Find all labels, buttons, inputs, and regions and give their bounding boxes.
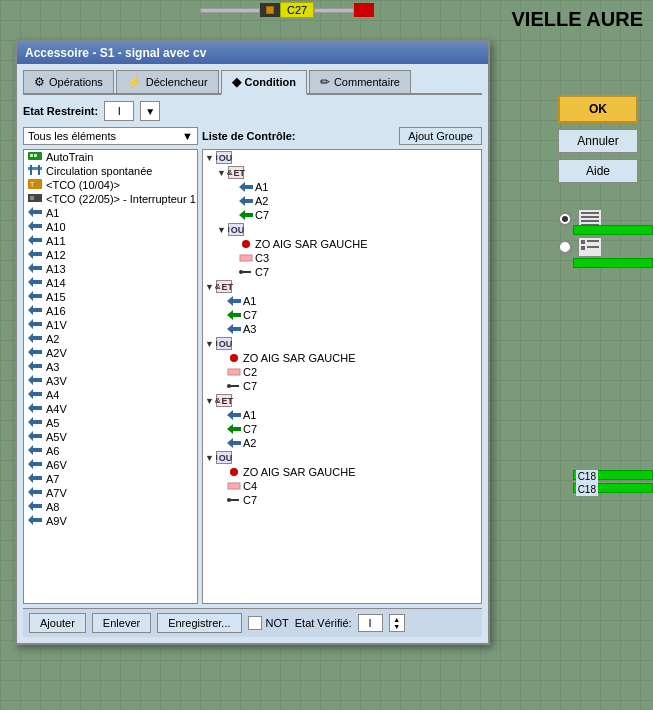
- elements-list[interactable]: AutoTrainCirculation spontanéeT<TCO (10/…: [23, 149, 198, 604]
- list-item[interactable]: A5: [24, 416, 197, 430]
- list-item[interactable]: A1: [24, 206, 197, 220]
- tree-item[interactable]: C3: [203, 251, 481, 265]
- list-item[interactable]: A4: [24, 388, 197, 402]
- tree-item-icon-dot_pink: [239, 252, 253, 264]
- liste-controle-label: Liste de Contrôle:: [202, 130, 296, 142]
- radio-item-2[interactable]: [558, 237, 638, 257]
- list-item[interactable]: A8: [24, 500, 197, 514]
- tab-commentaire[interactable]: ✏ Commentaire: [309, 70, 411, 93]
- tree-item[interactable]: A2: [203, 436, 481, 450]
- etat-restreint-dropdown[interactable]: ▼: [140, 101, 160, 121]
- ok-button[interactable]: OK: [558, 95, 638, 123]
- tree-item[interactable]: A2: [203, 194, 481, 208]
- tree-item[interactable]: ZO AIG SAR GAUCHE: [203, 351, 481, 365]
- tree-item[interactable]: A3: [203, 322, 481, 336]
- tree-item-label: A1: [255, 181, 268, 193]
- not-checkbox[interactable]: [248, 616, 262, 630]
- tree-item[interactable]: C7: [203, 308, 481, 322]
- aide-button[interactable]: Aide: [558, 159, 638, 183]
- label-c18-2: C18: [576, 483, 598, 496]
- annuler-button[interactable]: Annuler: [558, 129, 638, 153]
- list-item-label: A14: [46, 277, 66, 289]
- etat-restreint-input[interactable]: I: [104, 101, 134, 121]
- list-item[interactable]: T<TCO (10/04)>: [24, 178, 197, 192]
- tree-item-label: A3: [243, 323, 256, 335]
- tab-operations[interactable]: ⚙ Opérations: [23, 70, 114, 93]
- tree-item-label: A2: [243, 437, 256, 449]
- tree-item[interactable]: ▼&ET: [203, 393, 481, 408]
- tree-expand-arrow[interactable]: ▼: [217, 168, 226, 178]
- radio-dot-1[interactable]: [558, 212, 572, 226]
- tree-item-icon-dot_red: [227, 352, 241, 364]
- list-item[interactable]: A2: [24, 332, 197, 346]
- tree-item[interactable]: C7: [203, 422, 481, 436]
- filter-dropdown[interactable]: Tous les éléments ▼: [23, 127, 198, 145]
- tree-expand-arrow[interactable]: ▼: [217, 225, 226, 235]
- enregistrer-button[interactable]: Enregistrer...: [157, 613, 241, 633]
- tree-item[interactable]: C7: [203, 265, 481, 279]
- list-item[interactable]: AutoTrain: [24, 150, 197, 164]
- tab-declencheur[interactable]: ⚡ Déclencheur: [116, 70, 219, 93]
- list-item[interactable]: A6V: [24, 458, 197, 472]
- tree-expand-arrow[interactable]: ▼: [205, 453, 214, 463]
- tree-item[interactable]: ZO AIG SAR GAUCHE: [203, 237, 481, 251]
- list-item[interactable]: A12: [24, 248, 197, 262]
- tree-item[interactable]: C7: [203, 208, 481, 222]
- tab-condition[interactable]: ◆ Condition: [221, 70, 307, 95]
- list-item[interactable]: A3: [24, 360, 197, 374]
- list-item[interactable]: A10: [24, 220, 197, 234]
- list-item[interactable]: A11: [24, 234, 197, 248]
- list-item[interactable]: A9V: [24, 514, 197, 528]
- tree-item-label: ZO AIG SAR GAUCHE: [255, 238, 367, 250]
- list-item[interactable]: A7: [24, 472, 197, 486]
- tree-item[interactable]: ▼&ET: [203, 279, 481, 294]
- svg-marker-33: [239, 182, 253, 192]
- etat-verifie-stepper[interactable]: ▲ ▼: [389, 614, 405, 632]
- condition-icon: ◆: [232, 75, 241, 89]
- list-item[interactable]: A16: [24, 304, 197, 318]
- tree-item[interactable]: C4: [203, 479, 481, 493]
- svg-point-43: [230, 354, 238, 362]
- list-item-label: A15: [46, 291, 66, 303]
- list-item[interactable]: A2V: [24, 346, 197, 360]
- tree-item[interactable]: ▼IOU: [203, 336, 481, 351]
- tree-item[interactable]: ▼IOU: [203, 222, 481, 237]
- ajouter-button[interactable]: Ajouter: [29, 613, 86, 633]
- tree-expand-arrow[interactable]: ▼: [205, 282, 214, 292]
- tree-item[interactable]: A1: [203, 180, 481, 194]
- tree-item[interactable]: ▼&ET: [203, 165, 481, 180]
- tree-item[interactable]: C2: [203, 365, 481, 379]
- bottom-bar: Ajouter Enlever Enregistrer... NOT Etat …: [23, 608, 482, 637]
- list-item[interactable]: A5V: [24, 430, 197, 444]
- list-item[interactable]: A3V: [24, 374, 197, 388]
- tree-item[interactable]: ▼IOU: [203, 150, 481, 165]
- list-item[interactable]: A6: [24, 444, 197, 458]
- list-item[interactable]: A7V: [24, 486, 197, 500]
- list-item[interactable]: A14: [24, 276, 197, 290]
- tree-expand-arrow[interactable]: ▼: [205, 339, 214, 349]
- tree-expand-arrow[interactable]: ▼: [205, 396, 214, 406]
- list-item[interactable]: <TCO (22/05)> - Interrupteur 1: [24, 192, 197, 206]
- list-item[interactable]: A1V: [24, 318, 197, 332]
- radio-dot-2[interactable]: [558, 240, 572, 254]
- tree-item-icon-arrow_green: [239, 209, 253, 221]
- tree-item[interactable]: ZO AIG SAR GAUCHE: [203, 465, 481, 479]
- tree-item[interactable]: C7: [203, 379, 481, 393]
- tree-expand-arrow[interactable]: ▼: [205, 153, 214, 163]
- enlever-button[interactable]: Enlever: [92, 613, 151, 633]
- list-item[interactable]: A13: [24, 262, 197, 276]
- tree-item-label: ZO AIG SAR GAUCHE: [243, 466, 355, 478]
- list-item[interactable]: Circulation spontanée: [24, 164, 197, 178]
- tree-indent: [205, 224, 217, 236]
- list-item[interactable]: A15: [24, 290, 197, 304]
- tree-list[interactable]: ▼IOU ▼&ET A1 A2 C7 ▼IOU ZO AIG SAR GAUCH…: [202, 149, 482, 604]
- tree-item[interactable]: A1: [203, 408, 481, 422]
- ajout-groupe-button[interactable]: Ajout Groupe: [399, 127, 482, 145]
- list-item-icon: [28, 389, 42, 401]
- etat-verifie-input[interactable]: I: [358, 614, 383, 632]
- list-item[interactable]: A4V: [24, 402, 197, 416]
- tree-item[interactable]: A1: [203, 294, 481, 308]
- tree-item[interactable]: ▼IOU: [203, 450, 481, 465]
- etat-restreint-label: Etat Restreint:: [23, 105, 98, 117]
- tree-item[interactable]: C7: [203, 493, 481, 507]
